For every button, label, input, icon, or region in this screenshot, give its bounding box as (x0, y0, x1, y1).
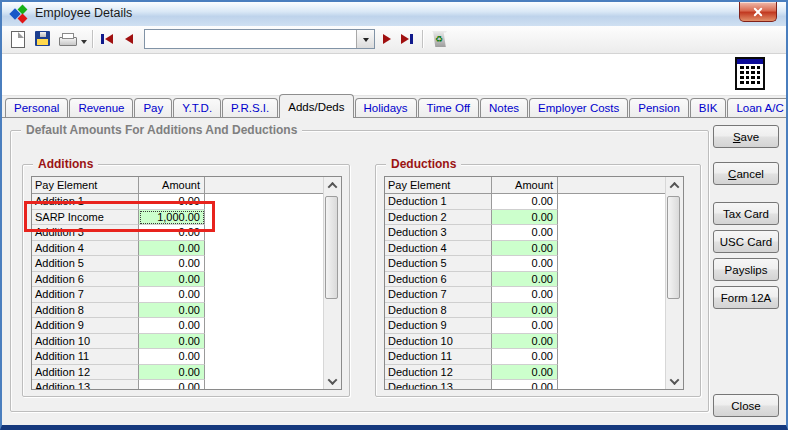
tab-p-r-s-i[interactable]: P.R.S.I. (222, 98, 278, 117)
payslips-button[interactable]: Payslips (713, 258, 779, 281)
pay-element-cell[interactable]: Deduction 8 (385, 303, 492, 319)
pay-element-cell[interactable]: Addition 5 (32, 256, 139, 272)
delete-record-icon[interactable] (432, 31, 447, 47)
pay-element-cell[interactable]: Deduction 13 (385, 380, 492, 390)
pay-element-cell[interactable]: Deduction 7 (385, 287, 492, 303)
toolbar-separator (92, 30, 93, 48)
tab-personal[interactable]: Personal (5, 98, 68, 117)
pay-element-cell[interactable]: Addition 11 (32, 349, 139, 365)
deductions-scrollbar[interactable] (665, 177, 683, 389)
pay-element-cell[interactable]: Deduction 1 (385, 194, 492, 210)
tab-pension[interactable]: Pension (629, 98, 689, 117)
amount-cell[interactable]: 0.00 (492, 349, 558, 365)
previous-record-button[interactable] (125, 34, 133, 44)
amount-cell[interactable]: 0.00 (492, 272, 558, 288)
amount-cell[interactable]: 0.00 (492, 256, 558, 272)
next-record-button[interactable] (383, 34, 391, 44)
window-close-button[interactable] (739, 2, 777, 22)
amount-cell[interactable]: 0.00 (492, 303, 558, 319)
tab-notes[interactable]: Notes (480, 98, 528, 117)
tab-bik[interactable]: BIK (690, 98, 727, 117)
pay-element-cell[interactable]: Addition 12 (32, 365, 139, 381)
amount-cell[interactable]: 0.00 (139, 349, 205, 365)
spreadsheet-icon (735, 57, 765, 90)
amount-cell[interactable]: 0.00 (492, 210, 558, 226)
pay-element-cell[interactable]: Addition 10 (32, 334, 139, 350)
scroll-down-button[interactable] (666, 373, 683, 389)
amount-cell[interactable]: 0.00 (492, 318, 558, 334)
amount-cell[interactable]: 0.00 (139, 334, 205, 350)
last-record-button[interactable] (401, 34, 413, 44)
grid-header: Pay Element Amount (32, 177, 341, 194)
amount-cell[interactable]: 0.00 (492, 380, 558, 390)
first-record-button[interactable] (101, 34, 113, 44)
table-row: Deduction 50.00 (385, 256, 683, 272)
amount-cell[interactable]: 0.00 (139, 365, 205, 381)
header-band (2, 54, 786, 96)
amount-cell[interactable]: 0.00 (492, 225, 558, 241)
tab-employer-costs[interactable]: Employer Costs (529, 98, 628, 117)
scrollbar-thumb[interactable] (325, 196, 338, 299)
scroll-down-button[interactable] (324, 373, 341, 389)
pay-element-cell[interactable]: Deduction 9 (385, 318, 492, 334)
pay-element-cell[interactable]: Deduction 10 (385, 334, 492, 350)
save-button[interactable]: Save (713, 125, 779, 148)
tab-revenue[interactable]: Revenue (69, 98, 133, 117)
tax-card-button[interactable]: Tax Card (713, 202, 779, 225)
pay-element-cell[interactable]: Deduction 4 (385, 241, 492, 257)
amount-cell[interactable]: 0.00 (139, 241, 205, 257)
tab-y-t-d[interactable]: Y.T.D. (173, 98, 221, 117)
tab-time-off[interactable]: Time Off (418, 98, 479, 117)
app-icon (11, 6, 27, 22)
amount-cell[interactable]: 0.00 (139, 272, 205, 288)
pay-element-cell[interactable]: Deduction 2 (385, 210, 492, 226)
amount-cell[interactable]: 0.00 (492, 287, 558, 303)
toolbar-separator (422, 30, 423, 48)
amount-cell[interactable]: 0.00 (492, 334, 558, 350)
new-record-icon[interactable] (11, 31, 25, 48)
form-12a-button[interactable]: Form 12A (713, 286, 779, 309)
scroll-up-button[interactable] (324, 177, 341, 193)
amount-cell[interactable]: 0.00 (139, 380, 205, 390)
record-selector-combobox[interactable] (144, 29, 375, 49)
amount-cell[interactable]: 0.00 (139, 256, 205, 272)
table-row: Addition 90.00 (32, 318, 341, 334)
amount-cell[interactable]: 0.00 (139, 287, 205, 303)
pay-element-cell[interactable]: Addition 7 (32, 287, 139, 303)
table-row: Addition 80.00 (32, 303, 341, 319)
section-title: Default Amounts For Additions And Deduct… (21, 123, 302, 137)
print-icon[interactable] (59, 33, 77, 46)
pay-element-cell[interactable]: Deduction 11 (385, 349, 492, 365)
tab-adds-deds[interactable]: Adds/Deds (279, 94, 353, 118)
close-button[interactable]: Close (713, 394, 779, 417)
amount-cell[interactable]: 0.00 (139, 318, 205, 334)
amount-cell[interactable]: 0.00 (492, 241, 558, 257)
pay-element-cell[interactable]: Deduction 3 (385, 225, 492, 241)
column-header-amount: Amount (139, 177, 205, 193)
amount-cell[interactable]: 0.00 (492, 194, 558, 210)
scrollbar-thumb[interactable] (667, 196, 680, 299)
pay-element-cell[interactable]: Addition 4 (32, 241, 139, 257)
tab-pay[interactable]: Pay (134, 98, 172, 117)
additions-scrollbar[interactable] (323, 177, 341, 389)
amount-cell[interactable]: 0.00 (492, 365, 558, 381)
scroll-up-button[interactable] (666, 177, 683, 193)
cancel-button[interactable]: Cancel (713, 162, 779, 185)
highlight-annotation (24, 201, 215, 232)
save-icon[interactable] (35, 31, 50, 46)
pay-element-cell[interactable]: Addition 9 (32, 318, 139, 334)
pay-element-cell[interactable]: Deduction 12 (385, 365, 492, 381)
pay-element-cell[interactable]: Deduction 6 (385, 272, 492, 288)
print-dropdown-icon[interactable] (81, 40, 87, 47)
table-row: Deduction 130.00 (385, 380, 683, 390)
table-row: Deduction 80.00 (385, 303, 683, 319)
combo-dropdown-button[interactable] (356, 30, 374, 48)
pay-element-cell[interactable]: Deduction 5 (385, 256, 492, 272)
amount-cell[interactable]: 0.00 (139, 303, 205, 319)
pay-element-cell[interactable]: Addition 13 (32, 380, 139, 390)
pay-element-cell[interactable]: Addition 8 (32, 303, 139, 319)
usc-card-button[interactable]: USC Card (713, 230, 779, 253)
tab-holidays[interactable]: Holidays (355, 98, 417, 117)
tab-loan-a-c[interactable]: Loan A/C (727, 98, 788, 117)
pay-element-cell[interactable]: Addition 6 (32, 272, 139, 288)
